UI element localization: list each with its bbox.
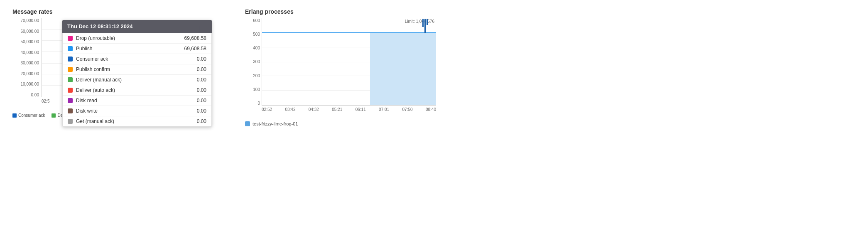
erlang-processes-title: Erlang processes: [245, 8, 444, 15]
tooltip-row-deliver-manual: Deliver (manual ack) 0.00: [63, 75, 211, 85]
erlang-y-axis: 600 500 400 300 200 100 0: [245, 18, 262, 106]
tooltip-row-drop: Drop (unroutable) 69,608.58: [63, 33, 211, 44]
erlang-fill-area: [370, 33, 436, 105]
publish-confirm-color: [68, 67, 73, 72]
message-rates-section: Message rates 70,000.00 60,000.00 50,000…: [12, 8, 228, 233]
deliver-manual-color: [68, 77, 73, 82]
consumer-ack-value: 0.00: [181, 56, 206, 62]
get-manual-value: 0.00: [181, 118, 206, 124]
erlang-plot: Limit: 1,048,576: [262, 18, 436, 106]
erlang-x-axis: 02:52 03:42 04:32 05:21 06:11 07:01 07:5…: [262, 106, 436, 118]
publish-confirm-value: 0.00: [181, 66, 206, 72]
disk-write-color: [68, 108, 73, 113]
erlang-chart: 600 500 400 300 200 100 0 Limit: 1,048,5…: [245, 18, 436, 118]
deliver-auto-label: Deliver (auto ack): [76, 87, 178, 93]
disk-read-color: [68, 98, 73, 103]
tooltip-row-consumer-ack: Consumer ack 0.00: [63, 54, 211, 64]
tooltip-body: Drop (unroutable) 69,608.58 Publish 69,6…: [62, 33, 212, 127]
erlang-spike-2: [424, 19, 426, 33]
erlang-spike-1: [422, 19, 424, 27]
publish-value: 69,608.58: [181, 46, 206, 52]
deliver-manual-value: 0.00: [181, 77, 206, 83]
consumer-ack-label: Consumer ack: [76, 56, 178, 62]
legend-consumer-ack: Consumer ack: [12, 113, 45, 118]
publish-color: [68, 46, 73, 51]
message-rates-title: Message rates: [12, 8, 228, 15]
disk-write-label: Disk write: [76, 108, 178, 114]
deliver-manual-dot: [51, 113, 56, 118]
tooltip-row-publish-confirm: Publish confirm 0.00: [63, 64, 211, 75]
drop-value: 69,608.58: [181, 35, 206, 41]
tooltip-row-publish: Publish 69,608.58: [63, 44, 211, 54]
tooltip-row-disk-write: Disk write 0.00: [63, 106, 211, 116]
erlang-limit-label: Limit: 1,048,576: [405, 19, 434, 24]
get-manual-color: [68, 119, 73, 124]
publish-confirm-label: Publish confirm: [76, 66, 178, 72]
drop-color: [68, 36, 73, 41]
erlang-legend: test-frizzy-lime-frog-01: [245, 121, 444, 126]
erlang-processes-section: Erlang processes 600 500 400 300 200 100…: [245, 8, 444, 233]
message-rates-y-axis: 70,000.00 60,000.00 50,000.00 40,000.00 …: [12, 18, 42, 97]
tooltip-row-deliver-auto: Deliver (auto ack) 0.00: [63, 85, 211, 96]
tooltip-overlay: Thu Dec 12 08:31:12 2024 Drop (unroutabl…: [62, 20, 212, 127]
disk-read-label: Disk read: [76, 98, 178, 103]
erlang-legend-dot: [245, 121, 250, 126]
disk-write-value: 0.00: [181, 108, 206, 114]
erlang-level-line: [262, 32, 436, 33]
tooltip-row-disk-read: Disk read 0.00: [63, 96, 211, 106]
disk-read-value: 0.00: [181, 98, 206, 103]
erlang-spikes: [422, 19, 428, 33]
consumer-ack-dot: [12, 113, 17, 118]
main-container: Message rates 70,000.00 60,000.00 50,000…: [0, 0, 868, 241]
tooltip-row-get-manual: Get (manual ack) 0.00: [63, 116, 211, 126]
publish-label: Publish: [76, 46, 178, 52]
deliver-manual-label: Deliver (manual ack): [76, 77, 178, 83]
consumer-ack-color: [68, 57, 73, 61]
deliver-auto-value: 0.00: [181, 87, 206, 93]
get-manual-label: Get (manual ack): [76, 118, 178, 124]
erlang-spike-3: [427, 19, 428, 25]
drop-label: Drop (unroutable): [76, 35, 178, 41]
tooltip-timestamp: Thu Dec 12 08:31:12 2024: [62, 20, 212, 33]
deliver-auto-color: [68, 88, 73, 93]
erlang-legend-label: test-frizzy-lime-frog-01: [253, 121, 298, 126]
